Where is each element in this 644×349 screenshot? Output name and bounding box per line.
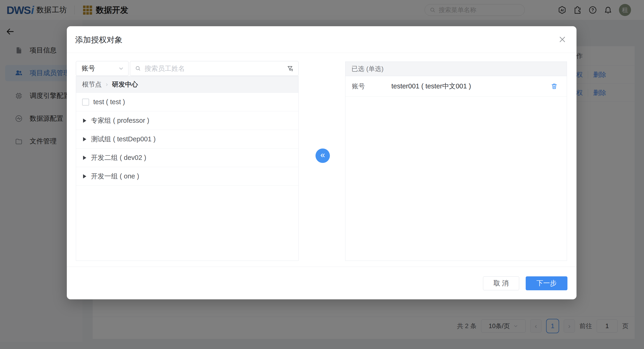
cancel-button[interactable]: 取 消: [483, 276, 519, 290]
tree-row-label: 测试组 ( testDep001 ): [91, 134, 156, 144]
tree-row-group-dev02[interactable]: 开发二组 ( dev02 ): [76, 148, 298, 167]
tree-row-group-one[interactable]: 开发一组 ( one ): [76, 167, 298, 186]
next-step-button[interactable]: 下一步: [526, 276, 568, 290]
tree-row-label: 开发二组 ( dev02 ): [91, 153, 146, 162]
caret-right-icon[interactable]: [83, 174, 86, 178]
tree-row-label: 开发一组 ( one ): [91, 172, 139, 181]
caret-right-icon[interactable]: [83, 118, 86, 123]
tree-row-user-test[interactable]: test ( test ): [76, 93, 298, 112]
search-type-select[interactable]: 账号: [76, 61, 128, 76]
trash-icon[interactable]: [550, 82, 558, 90]
caret-right-icon[interactable]: [83, 137, 86, 141]
tree-row-label: 专家组 ( professor ): [91, 116, 149, 125]
add-auth-object-modal: 添加授权对象 账号 根节点 › 研发中心 test (: [67, 26, 576, 299]
breadcrumb-current: 研发中心: [112, 80, 138, 89]
org-tree-panel: 根节点 › 研发中心 test ( test ) 专家组 ( professor…: [76, 76, 298, 261]
selected-panel-header: 已选 (单选): [346, 62, 567, 76]
employee-search-input[interactable]: [144, 65, 286, 72]
selected-row: 账号 tester001 ( tester中文001 ): [346, 76, 567, 96]
close-icon[interactable]: [558, 36, 566, 44]
checkbox[interactable]: [82, 98, 89, 106]
selected-row-value: tester001 ( tester中文001 ): [391, 76, 471, 96]
modal-footer-divider: [67, 266, 576, 267]
caret-right-icon[interactable]: [83, 156, 86, 160]
transfer-left-button[interactable]: «: [316, 148, 330, 163]
chevron-down-icon: [118, 66, 124, 72]
modal-title: 添加授权对象: [75, 34, 122, 45]
app-screen: DWSi 数据工坊 数据开发 AI ? 租: [0, 0, 644, 349]
selected-row-label: 账号: [352, 76, 365, 96]
breadcrumb-chevron-icon: ›: [106, 81, 108, 88]
breadcrumb: 根节点 › 研发中心: [76, 76, 298, 93]
employee-search-box[interactable]: [130, 61, 298, 76]
tree-row-group-professor[interactable]: 专家组 ( professor ): [76, 112, 298, 130]
search-icon: [135, 65, 141, 72]
double-chevron-left-icon: «: [320, 151, 325, 159]
filter-funnel-icon[interactable]: [286, 65, 294, 72]
selected-panel: 已选 (单选) 账号 tester001 ( tester中文001 ): [345, 62, 567, 261]
tree-row-group-testdep[interactable]: 测试组 ( testDep001 ): [76, 130, 298, 148]
breadcrumb-root[interactable]: 根节点: [82, 80, 102, 89]
search-type-value: 账号: [82, 64, 118, 73]
modal-header-divider: [67, 53, 576, 53]
tree-row-label: test ( test ): [93, 98, 125, 106]
